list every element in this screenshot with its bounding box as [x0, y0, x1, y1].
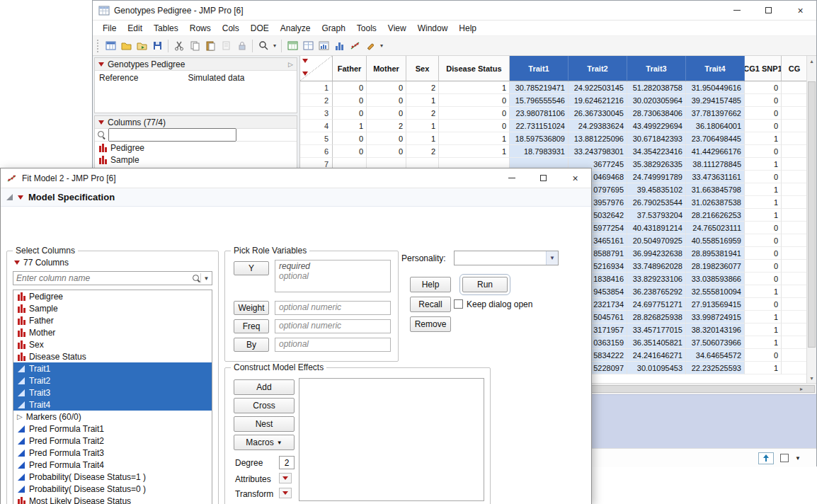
- model-specification-header[interactable]: Model Specification: [1, 188, 591, 207]
- data-grid-icon[interactable]: [285, 38, 300, 54]
- open-icon[interactable]: [118, 38, 134, 54]
- column-item-pred-formula-trait1[interactable]: Pred Formula Trait1: [13, 423, 212, 435]
- cell[interactable]: [782, 120, 808, 132]
- red-triangle-menu-icon[interactable]: [98, 62, 104, 67]
- paste-icon[interactable]: [202, 38, 218, 54]
- dialog-titlebar[interactable]: Fit Model 2 - JMP Pro [6] ×: [1, 168, 591, 188]
- cell[interactable]: 31.950449616: [686, 81, 745, 94]
- cell[interactable]: 1: [745, 362, 782, 374]
- column-header-mother[interactable]: Mother: [367, 56, 406, 81]
- save-icon[interactable]: [149, 38, 165, 54]
- macros-button[interactable]: Macros▼: [234, 435, 295, 450]
- menu-cols[interactable]: Cols: [217, 21, 245, 35]
- cell[interactable]: 0: [439, 120, 510, 132]
- cell[interactable]: 0: [745, 145, 782, 158]
- menu-tables[interactable]: Tables: [148, 21, 184, 35]
- cell[interactable]: 15.796555546: [510, 94, 569, 107]
- cell[interactable]: 2: [406, 145, 439, 158]
- cell[interactable]: 1: [745, 311, 782, 323]
- cell[interactable]: 1: [745, 158, 782, 171]
- transform-menu-button[interactable]: [279, 488, 292, 498]
- cell[interactable]: 1: [745, 336, 782, 349]
- cell[interactable]: 19.624621216: [569, 94, 627, 107]
- cell[interactable]: 28.198236077: [686, 260, 745, 273]
- cell[interactable]: 0: [745, 107, 782, 120]
- cell[interactable]: 24.697751271: [627, 298, 686, 311]
- cell[interactable]: 36.238765292: [627, 285, 686, 298]
- cell[interactable]: [782, 145, 808, 158]
- cell[interactable]: [782, 107, 808, 120]
- cell[interactable]: [782, 158, 808, 171]
- cell[interactable]: 0: [745, 94, 782, 107]
- window-titlebar[interactable]: Genotypes Pedigree - JMP Pro [6] ×: [93, 1, 816, 21]
- cell[interactable]: 0: [333, 145, 367, 158]
- cell[interactable]: 1: [439, 81, 510, 94]
- column-item-sample[interactable]: Sample: [13, 302, 212, 314]
- column-header-trait3[interactable]: Trait3: [627, 56, 686, 81]
- cell[interactable]: 31.663845798: [686, 183, 745, 196]
- cell[interactable]: [782, 273, 808, 285]
- attributes-menu-button[interactable]: [279, 473, 292, 483]
- cell[interactable]: 0: [367, 132, 406, 145]
- cell[interactable]: 33.998724915: [686, 311, 745, 323]
- cell[interactable]: 37.506073966: [686, 336, 745, 349]
- vertical-scrollbar[interactable]: ▴ ▾: [806, 56, 816, 383]
- column-item-pred-formula-trait3[interactable]: Pred Formula Trait3: [13, 447, 212, 459]
- row-number[interactable]: 5: [300, 132, 333, 145]
- search-icon[interactable]: [193, 275, 200, 282]
- column-header-cg1-snp1[interactable]: CG1 SNP1: [745, 56, 782, 81]
- disclosure-caret-icon[interactable]: ▷: [17, 413, 23, 420]
- red-triangle-menu-icon[interactable]: [14, 260, 20, 265]
- cell[interactable]: 13.881225096: [569, 132, 627, 145]
- new-data-table-icon[interactable]: [103, 38, 118, 54]
- row-number[interactable]: 6: [300, 145, 333, 158]
- cell[interactable]: 2: [406, 81, 439, 94]
- cell[interactable]: 24.241646271: [627, 349, 686, 362]
- red-triangle-menu-icon[interactable]: [18, 195, 23, 200]
- y-role-box[interactable]: required optional: [275, 260, 391, 292]
- column-header-disease-status[interactable]: Disease Status: [439, 56, 510, 81]
- cell[interactable]: 1: [406, 120, 439, 132]
- toolbar-overflow-caret-icon[interactable]: ▾: [378, 42, 385, 49]
- keep-dialog-open-checkbox[interactable]: [454, 299, 463, 309]
- cell[interactable]: 1: [745, 323, 782, 336]
- cell[interactable]: 32.555810094: [686, 285, 745, 298]
- cell[interactable]: 1: [745, 132, 782, 145]
- cell[interactable]: 0: [745, 260, 782, 273]
- cell[interactable]: 0: [367, 81, 406, 94]
- column-item-most-likely-disease-status[interactable]: Most Likely Disease Status: [13, 495, 212, 504]
- column-item-pred-formula-trait2[interactable]: Pred Formula Trait2: [13, 435, 212, 447]
- cell[interactable]: 0: [745, 247, 782, 260]
- sidebar-column-pedigree[interactable]: Pedigree: [95, 142, 297, 154]
- cell[interactable]: 28.730638406: [627, 107, 686, 120]
- cell[interactable]: [782, 298, 808, 311]
- help-button[interactable]: Help: [410, 277, 451, 292]
- y-role-button[interactable]: Y: [234, 261, 269, 275]
- search-icon[interactable]: [256, 38, 271, 54]
- recall-button[interactable]: Recall: [410, 297, 451, 312]
- by-role-box[interactable]: optional: [275, 338, 391, 352]
- weight-role-button[interactable]: Weight: [234, 301, 269, 315]
- cell[interactable]: [782, 171, 808, 183]
- column-header-sex[interactable]: Sex: [406, 56, 439, 81]
- cell[interactable]: 23.706498445: [686, 132, 745, 145]
- scroll-down-icon[interactable]: ▾: [807, 373, 816, 383]
- cell[interactable]: [782, 323, 808, 336]
- columns-menu-icon[interactable]: [302, 59, 308, 63]
- column-header-cg[interactable]: CG: [782, 56, 808, 81]
- cell[interactable]: 34.354223416: [627, 145, 686, 158]
- cell[interactable]: 0: [745, 273, 782, 285]
- cell[interactable]: [782, 94, 808, 107]
- row-number[interactable]: 2: [300, 94, 333, 107]
- column-item-probability-disease-status-1[interactable]: Probability( Disease Status=1 ): [13, 471, 212, 483]
- cell[interactable]: 0: [333, 81, 367, 94]
- cell[interactable]: 18.7983931: [510, 145, 569, 158]
- cell[interactable]: [782, 336, 808, 349]
- column-item-trait3[interactable]: Trait3: [13, 386, 212, 399]
- cell[interactable]: 0: [367, 94, 406, 107]
- cell[interactable]: 33.243798301: [569, 145, 627, 158]
- cell[interactable]: 1: [439, 132, 510, 145]
- model-effects-list[interactable]: [299, 378, 484, 501]
- cell[interactable]: 33.473631161: [686, 171, 745, 183]
- column-item-pedigree[interactable]: Pedigree: [13, 290, 212, 302]
